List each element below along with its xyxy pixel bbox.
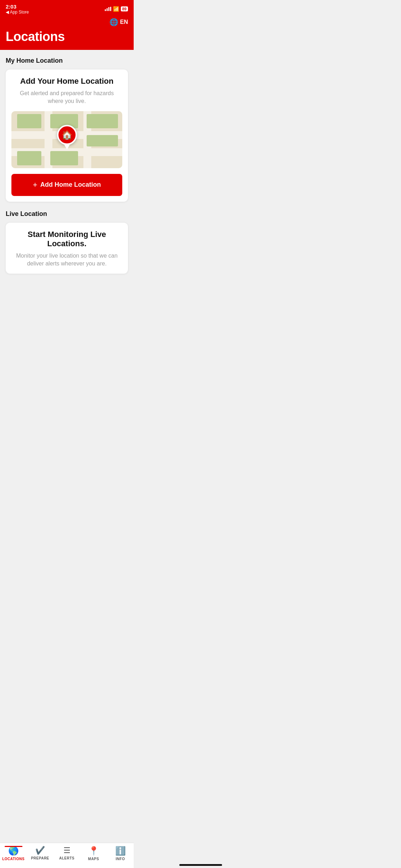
back-app-store[interactable]: ◀ App Store	[6, 10, 29, 15]
home-card-subtitle: Get alerted and prepared for hazards whe…	[11, 89, 122, 105]
add-home-location-label: Add Home Location	[40, 181, 101, 188]
house-icon: 🏠	[62, 130, 72, 140]
live-card-subtitle: Monitor your live location so that we ca…	[11, 252, 122, 268]
header: 🌐 EN Locations	[0, 16, 134, 50]
home-section-title: My Home Location	[6, 57, 128, 64]
wifi-icon: 📶	[113, 6, 119, 12]
main-content: My Home Location Add Your Home Location …	[0, 50, 134, 325]
map-preview: 🏠	[11, 111, 122, 168]
live-section-title: Live Location	[6, 210, 128, 218]
plus-icon: +	[33, 180, 37, 190]
globe-icon: 🌐	[109, 18, 118, 26]
add-home-location-button[interactable]: + Add Home Location	[11, 174, 122, 196]
live-card-title: Start Monitoring Live Locations.	[11, 230, 122, 248]
battery-icon: 89	[121, 6, 128, 11]
status-bar: 2:03 ◀ App Store 📶 89	[0, 0, 134, 16]
pin-circle: 🏠	[57, 125, 77, 145]
home-location-card: Add Your Home Location Get alerted and p…	[6, 69, 128, 202]
pin-tail	[64, 144, 70, 149]
signal-icon	[105, 7, 111, 11]
live-location-card: Start Monitoring Live Locations. Monitor…	[6, 223, 128, 274]
home-card-title: Add Your Home Location	[11, 77, 122, 86]
status-time: 2:03	[6, 4, 29, 10]
page-title: Locations	[6, 29, 128, 44]
map-pin: 🏠	[57, 125, 77, 149]
language-selector[interactable]: 🌐 EN	[6, 18, 128, 26]
status-icons: 📶 89	[105, 6, 128, 12]
language-label: EN	[120, 19, 128, 25]
